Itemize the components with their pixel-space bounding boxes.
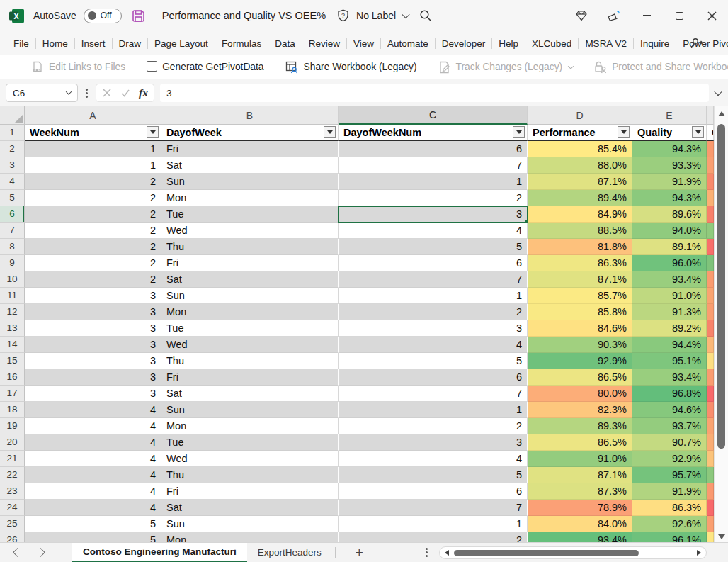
cell-C25[interactable]: 1 xyxy=(339,516,528,532)
cell-F16-partial[interactable] xyxy=(707,369,714,386)
add-sheet-button[interactable]: + xyxy=(356,546,363,559)
cell-F25-partial[interactable] xyxy=(707,516,714,532)
cell-C20[interactable]: 3 xyxy=(339,434,528,451)
row-header-20[interactable]: 20 xyxy=(0,434,25,451)
cell-C10[interactable]: 7 xyxy=(339,271,528,288)
cell-E8[interactable]: 89.1% xyxy=(632,239,707,255)
cell-B2[interactable]: Fri xyxy=(161,141,339,157)
cell-B1[interactable]: DayofWeek xyxy=(161,125,339,141)
row-header-6[interactable]: 6 xyxy=(0,206,25,223)
cell-F15-partial[interactable] xyxy=(707,353,714,369)
row-header-22[interactable]: 22 xyxy=(0,467,25,483)
sensitivity-chevron-down-icon[interactable] xyxy=(402,11,409,18)
row-header-1[interactable]: 1 xyxy=(0,125,25,141)
cell-B11[interactable]: Sun xyxy=(161,288,339,304)
cell-F10-partial[interactable] xyxy=(707,271,714,288)
cell-C9[interactable]: 6 xyxy=(339,255,528,271)
cell-E26[interactable]: 96.1% xyxy=(632,532,707,542)
cell-F7-partial[interactable] xyxy=(707,223,714,239)
cell-D14[interactable]: 90.3% xyxy=(528,337,632,353)
cell-C15[interactable]: 5 xyxy=(339,353,528,369)
cell-D12[interactable]: 85.8% xyxy=(528,304,632,320)
row-header-23[interactable]: 23 xyxy=(0,483,25,500)
row-header-21[interactable]: 21 xyxy=(0,451,25,467)
cell-B25[interactable]: Sun xyxy=(161,516,339,532)
cell-C21[interactable]: 4 xyxy=(339,451,528,467)
row-header-24[interactable]: 24 xyxy=(0,500,25,516)
search-icon[interactable] xyxy=(419,9,432,22)
cell-E22[interactable]: 95.7% xyxy=(632,467,707,483)
close-button[interactable] xyxy=(695,0,728,31)
cell-B13[interactable]: Tue xyxy=(161,320,339,337)
cell-F3-partial[interactable] xyxy=(707,157,714,174)
cell-A26[interactable]: 5 xyxy=(25,532,161,542)
cell-A3[interactable]: 1 xyxy=(25,157,161,174)
cell-D11[interactable]: 85.7% xyxy=(528,288,632,304)
filter-button-performance[interactable] xyxy=(618,126,630,138)
row-header-26[interactable]: 26 xyxy=(0,532,25,542)
cell-B20[interactable]: Tue xyxy=(161,434,339,451)
cell-B24[interactable]: Sat xyxy=(161,500,339,516)
diamond-icon[interactable] xyxy=(565,0,598,31)
cell-F12-partial[interactable] xyxy=(707,304,714,320)
cell-D7[interactable]: 88.5% xyxy=(528,223,632,239)
vertical-scrollbar-thumb[interactable] xyxy=(717,124,725,449)
cell-E1[interactable]: Quality xyxy=(632,125,707,141)
cell-C17[interactable]: 7 xyxy=(339,386,528,402)
cell-A9[interactable]: 2 xyxy=(25,255,161,271)
cell-F23-partial[interactable] xyxy=(707,483,714,500)
cell-C12[interactable]: 2 xyxy=(339,304,528,320)
cell-C6[interactable]: 3 xyxy=(339,206,528,223)
filter-button-quality[interactable] xyxy=(692,126,704,138)
maximize-button[interactable] xyxy=(663,0,695,31)
cell-D8[interactable]: 81.8% xyxy=(528,239,632,255)
select-all-corner[interactable] xyxy=(0,106,25,125)
row-header-2[interactable]: 2 xyxy=(0,141,25,157)
ribbon-tab-draw[interactable]: Draw xyxy=(113,31,148,55)
cell-D17[interactable]: 80.0% xyxy=(528,386,632,402)
cell-D16[interactable]: 86.5% xyxy=(528,369,632,386)
cell-F18-partial[interactable] xyxy=(707,402,714,418)
cell-E25[interactable]: 92.6% xyxy=(632,516,707,532)
cell-F13-partial[interactable] xyxy=(707,320,714,337)
cell-C22[interactable]: 5 xyxy=(339,467,528,483)
row-header-8[interactable]: 8 xyxy=(0,239,25,255)
cell-D5[interactable]: 89.4% xyxy=(528,190,632,206)
cell-B22[interactable]: Thu xyxy=(161,467,339,483)
ribbon-tab-xlcubed[interactable]: XLCubed xyxy=(525,31,578,55)
cell-D2[interactable]: 85.4% xyxy=(528,141,632,157)
row-header-11[interactable]: 11 xyxy=(0,288,25,304)
cell-C16[interactable]: 6 xyxy=(339,369,528,386)
toolbar-item-share-workbook-legacy[interactable]: Share Workbook (Legacy) xyxy=(285,61,417,74)
sheet-tab-active[interactable]: Contoso Engineering Manufacturi xyxy=(72,543,247,562)
cell-E14[interactable]: 94.4% xyxy=(632,337,707,353)
cell-A1[interactable]: WeekNum xyxy=(25,125,161,141)
cell-F17-partial[interactable] xyxy=(707,386,714,402)
cell-D25[interactable]: 84.0% xyxy=(528,516,632,532)
name-box[interactable]: C6 xyxy=(6,84,78,102)
ribbon-tab-file[interactable]: File xyxy=(7,31,35,55)
cell-D6[interactable]: 84.9% xyxy=(528,206,632,223)
cell-C1[interactable]: DayofWeekNum xyxy=(339,125,528,141)
ribbon-tab-review[interactable]: Review xyxy=(302,31,346,55)
filter-button-dayofweek[interactable] xyxy=(324,126,336,138)
filter-button-weeknum[interactable] xyxy=(147,126,159,138)
cell-C7[interactable]: 4 xyxy=(339,223,528,239)
row-header-7[interactable]: 7 xyxy=(0,223,25,239)
cell-E17[interactable]: 96.8% xyxy=(632,386,707,402)
cell-B4[interactable]: Sun xyxy=(161,174,339,190)
cell-D1[interactable]: Performance xyxy=(528,125,632,141)
cell-B17[interactable]: Sat xyxy=(161,386,339,402)
cell-D24[interactable]: 78.9% xyxy=(528,500,632,516)
cell-E11[interactable]: 91.0% xyxy=(632,288,707,304)
horizontal-scrollbar[interactable] xyxy=(439,546,707,559)
cell-B18[interactable]: Sun xyxy=(161,402,339,418)
cell-C26[interactable]: 2 xyxy=(339,532,528,542)
row-header-16[interactable]: 16 xyxy=(0,369,25,386)
cell-C23[interactable]: 6 xyxy=(339,483,528,500)
minimize-button[interactable] xyxy=(630,0,663,31)
sheet-nav-next-icon[interactable] xyxy=(36,548,45,557)
cell-A11[interactable]: 3 xyxy=(25,288,161,304)
row-header-4[interactable]: 4 xyxy=(0,174,25,190)
cell-F14-partial[interactable] xyxy=(707,337,714,353)
